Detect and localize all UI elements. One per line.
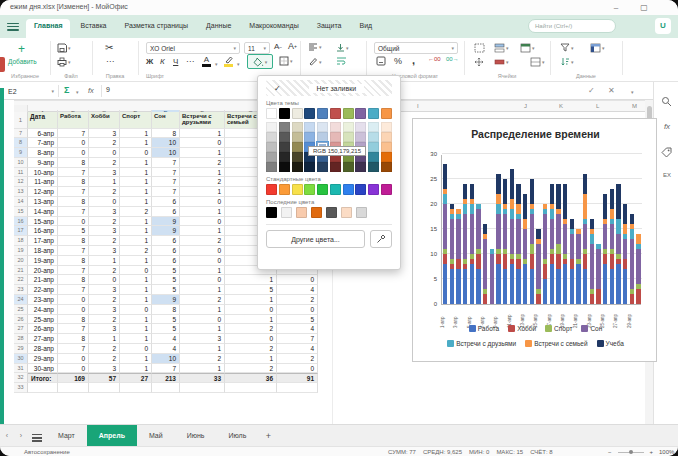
color-swatch[interactable] [279, 142, 290, 152]
table-cell[interactable]: 10 [152, 354, 180, 364]
table-cell[interactable]: 1 [120, 168, 152, 178]
table-cell[interactable]: Хобби [89, 112, 120, 129]
table-cell[interactable]: 8 [58, 256, 89, 266]
table-cell[interactable]: 7 [152, 177, 180, 187]
table-cell[interactable]: Спорт [120, 112, 152, 129]
table-cell[interactable]: 0 [180, 256, 225, 266]
table-cell[interactable]: 2 [180, 354, 225, 364]
table-cell[interactable] [120, 383, 152, 393]
insert-cells-button[interactable] [474, 43, 485, 53]
sheet-tab-Июль[interactable]: Июль [216, 425, 258, 446]
menu-tab-Защита[interactable]: Защита [309, 19, 350, 38]
table-cell[interactable]: 213 [152, 373, 180, 383]
color-swatch[interactable] [266, 152, 277, 162]
table-cell[interactable]: 0 [120, 344, 152, 354]
color-swatch[interactable] [343, 108, 354, 119]
table-cell[interactable]: 8 [152, 129, 180, 139]
table-cell[interactable]: 1 [180, 305, 225, 315]
color-swatch[interactable] [381, 152, 392, 162]
cancel-entry-icon[interactable]: ✕ [608, 86, 615, 95]
table-cell[interactable]: 0 [277, 305, 318, 315]
table-cell[interactable] [225, 383, 277, 393]
table-cell[interactable]: 1 [225, 295, 277, 305]
table-cell[interactable]: 5 [152, 285, 180, 295]
row-header-14[interactable]: 14 [14, 197, 28, 207]
color-swatch[interactable] [381, 122, 392, 132]
table-cell[interactable]: 4 [277, 324, 318, 334]
table-cell[interactable]: 1 [89, 256, 120, 266]
table-cell[interactable]: 1 [120, 158, 152, 168]
table-cell[interactable]: 0 [120, 266, 152, 276]
row-header-33[interactable]: 33 [14, 383, 28, 393]
color-swatch[interactable] [368, 184, 379, 195]
maximize-button[interactable]: ▢ [638, 2, 650, 13]
column-header-I[interactable]: I [417, 103, 419, 109]
chart-panel[interactable]: Распределение времени 051015202530 1-апр… [412, 118, 657, 362]
table-cell[interactable]: 0 [58, 138, 89, 148]
table-cell[interactable]: 8 [58, 158, 89, 168]
table-cell[interactable]: 1 [180, 207, 225, 217]
color-swatch[interactable] [292, 108, 303, 119]
eyedropper-button[interactable] [370, 230, 392, 248]
table-cell[interactable]: 5 [58, 226, 89, 236]
table-cell[interactable]: 0 [180, 217, 225, 227]
color-swatch[interactable] [317, 122, 328, 132]
table-cell[interactable]: 0 [180, 197, 225, 207]
row-header-13[interactable]: 13 [14, 187, 28, 197]
table-cell[interactable]: 2 [89, 266, 120, 276]
row-header-18[interactable]: 18 [14, 236, 28, 246]
sheet-tab-Май[interactable]: Май [137, 425, 175, 446]
table-cell[interactable]: 2 [89, 217, 120, 227]
row-header-24[interactable]: 24 [14, 295, 28, 305]
table-cell[interactable]: 9 [152, 295, 180, 305]
table-cell[interactable] [89, 383, 120, 393]
table-cell[interactable]: 5 [277, 315, 318, 325]
comma-format-icon[interactable]: , [412, 54, 415, 66]
table-cell[interactable]: 3 [89, 168, 120, 178]
row-header-11[interactable]: 11 [14, 168, 28, 178]
color-swatch[interactable] [317, 132, 328, 142]
table-cell[interactable]: 1 [180, 187, 225, 197]
table-cell[interactable]: 21-апр [28, 275, 58, 285]
table-cell[interactable]: 5 [152, 266, 180, 276]
table-cell[interactable]: 6 [152, 256, 180, 266]
table-cell[interactable]: 1 [120, 324, 152, 334]
wrap-text-button[interactable] [336, 57, 347, 65]
color-swatch[interactable] [330, 122, 341, 132]
table-cell[interactable]: 1 [180, 344, 225, 354]
table-cell[interactable]: 1 [180, 266, 225, 276]
table-cell[interactable]: 0 [89, 148, 120, 158]
search-icon[interactable] [661, 96, 673, 108]
italic-button[interactable]: К [160, 57, 165, 66]
table-cell[interactable]: 1 [120, 315, 152, 325]
table-cell[interactable]: 1 [120, 217, 152, 227]
user-avatar[interactable]: U [655, 18, 671, 34]
table-cell[interactable]: 8 [58, 236, 89, 246]
color-swatch[interactable] [266, 108, 277, 119]
color-swatch[interactable] [266, 142, 277, 152]
color-swatch[interactable] [343, 122, 354, 132]
table-cell[interactable]: 8 [58, 315, 89, 325]
row-header-32[interactable]: 32 [14, 373, 28, 383]
table-cell[interactable]: 1 [120, 197, 152, 207]
color-swatch[interactable] [330, 162, 341, 172]
table-cell[interactable]: 25-апр [28, 315, 58, 325]
table-cell[interactable]: 2 [89, 138, 120, 148]
row-header-17[interactable]: 17 [14, 226, 28, 236]
table-cell[interactable]: Итого: [28, 373, 58, 383]
table-cell[interactable]: 8 [58, 334, 89, 344]
color-swatch[interactable] [304, 162, 315, 172]
move-cells-button[interactable] [474, 57, 484, 67]
row-header-19[interactable]: 19 [14, 246, 28, 256]
color-swatch[interactable] [317, 184, 328, 195]
delete-cells-button[interactable]: ▾ [494, 57, 509, 67]
row-header-8[interactable]: 8 [14, 138, 28, 148]
color-swatch[interactable] [279, 108, 290, 119]
color-swatch[interactable] [279, 162, 290, 172]
minimize-button[interactable]: – [610, 2, 622, 13]
table-cell[interactable]: 0 [58, 148, 89, 158]
table-cell[interactable]: 29-апр [28, 354, 58, 364]
table-cell[interactable]: 0 [120, 305, 152, 315]
insert-function-button[interactable]: fx [88, 86, 94, 95]
table-cell[interactable]: 4 [277, 344, 318, 354]
